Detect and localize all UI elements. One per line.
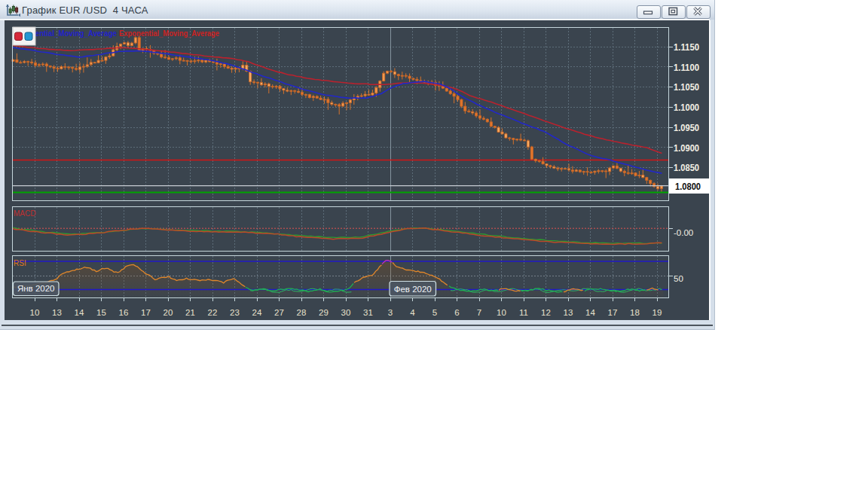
- svg-text:Exponential_Moving_Average: Exponential_Moving_Average: [119, 29, 219, 38]
- svg-text:17: 17: [608, 308, 618, 317]
- svg-text:29: 29: [319, 308, 329, 317]
- svg-text:1.0900: 1.0900: [674, 142, 699, 154]
- svg-text:3: 3: [388, 308, 393, 317]
- svg-text:50: 50: [674, 274, 683, 283]
- svg-text:1.0850: 1.0850: [674, 162, 699, 173]
- svg-text:13: 13: [52, 308, 62, 317]
- svg-text:Фев 2020: Фев 2020: [394, 285, 432, 294]
- svg-text:19: 19: [653, 308, 662, 317]
- svg-text:10: 10: [497, 308, 506, 317]
- svg-text:1.1100: 1.1100: [674, 62, 699, 73]
- svg-text:14: 14: [75, 308, 84, 317]
- svg-text:14: 14: [585, 308, 595, 317]
- svg-text:12: 12: [541, 308, 551, 317]
- svg-text:22: 22: [208, 308, 218, 317]
- svg-text:18: 18: [630, 308, 640, 317]
- svg-text:31: 31: [363, 308, 373, 317]
- svg-text:1.1150: 1.1150: [674, 41, 699, 53]
- svg-text:6: 6: [454, 308, 459, 317]
- svg-text:10: 10: [30, 308, 40, 317]
- svg-text:-0.00: -0.00: [674, 228, 693, 237]
- svg-text:30: 30: [341, 308, 351, 317]
- svg-text:7: 7: [477, 308, 481, 317]
- svg-text:RSI: RSI: [14, 259, 26, 267]
- svg-text:Янв 2020: Янв 2020: [17, 284, 55, 293]
- svg-text:23: 23: [230, 308, 240, 317]
- svg-text:4: 4: [410, 308, 415, 317]
- svg-text:1.1050: 1.1050: [674, 81, 699, 93]
- svg-text:1.1000: 1.1000: [674, 102, 699, 113]
- svg-text:MACD: MACD: [14, 209, 35, 218]
- svg-text:27: 27: [274, 308, 284, 317]
- svg-text:16: 16: [119, 308, 129, 317]
- svg-text:13: 13: [564, 308, 573, 317]
- svg-text:15: 15: [96, 308, 106, 317]
- svg-text:21: 21: [185, 308, 195, 317]
- svg-text:5: 5: [432, 308, 437, 317]
- svg-text:17: 17: [141, 308, 151, 317]
- svg-text:20: 20: [164, 308, 173, 317]
- svg-text:1.0800: 1.0800: [675, 181, 701, 192]
- svg-text:24: 24: [252, 308, 262, 317]
- svg-text:11: 11: [519, 308, 528, 317]
- svg-text:1.0950: 1.0950: [674, 122, 699, 133]
- svg-text:28: 28: [297, 308, 307, 317]
